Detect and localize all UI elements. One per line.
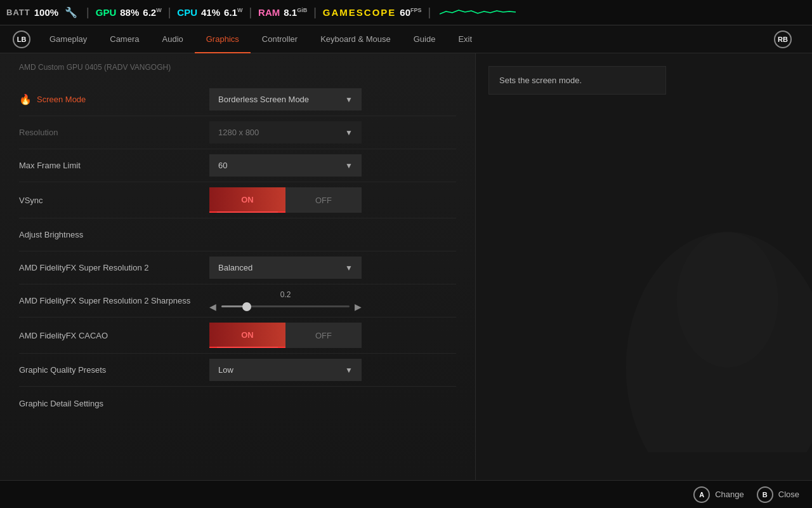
- max-frame-limit-dropdown[interactable]: 60 ▼: [209, 154, 362, 177]
- batt-value: 100%: [34, 7, 58, 18]
- graphic-quality-presets-control: Low ▼: [209, 359, 456, 381]
- rb-button[interactable]: RB: [774, 30, 792, 48]
- resolution-dropdown-arrow: ▼: [345, 128, 353, 137]
- vsync-control: ON OFF: [209, 187, 456, 213]
- cacao-off[interactable]: OFF: [285, 323, 362, 348]
- fsr2-arrow: ▼: [345, 264, 353, 272]
- vsync-on[interactable]: ON: [209, 187, 285, 213]
- fps-graph: [440, 6, 516, 19]
- setting-vsync: VSync ON OFF: [19, 182, 456, 218]
- change-button[interactable]: A Change: [693, 486, 744, 503]
- nav-graphics[interactable]: Graphics: [195, 25, 251, 53]
- fsr2-sharpness-control: 0.2 ◀ ▶: [209, 290, 456, 312]
- b-button[interactable]: B: [757, 486, 773, 503]
- cacao-label: AMD FidelityFX CACAO: [19, 331, 209, 340]
- background-decoration: [558, 198, 812, 452]
- nav-bar: LB Gameplay Camera Audio Graphics Contro…: [0, 25, 812, 53]
- screen-mode-control: Borderless Screen Mode ▼: [209, 88, 456, 110]
- fsr2-control: Balanced ▼: [209, 257, 456, 279]
- dropdown-arrow: ▼: [345, 95, 353, 104]
- main-content: AMD Custom GPU 0405 (RADV VANGOGH) 🔥 Scr…: [0, 53, 812, 480]
- resolution-dropdown: 812 x 508 ▼: [209, 121, 362, 144]
- setting-cacao: AMD FidelityFX CACAO ON OFF: [19, 318, 456, 354]
- graphic-quality-presets-arrow: ▼: [345, 366, 353, 375]
- gamescope-fps: 60FPS: [400, 7, 421, 18]
- cpu-watts: 6.1W: [224, 7, 242, 18]
- nav-keyboard-mouse[interactable]: Keyboard & Mouse: [309, 25, 402, 53]
- settings-panel: AMD Custom GPU 0405 (RADV VANGOGH) 🔥 Scr…: [0, 53, 476, 480]
- fsr2-value: Balanced: [218, 263, 252, 272]
- graphic-quality-presets-value: Low: [218, 365, 233, 375]
- resolution-label: Resolution: [19, 128, 209, 137]
- a-button[interactable]: A: [693, 486, 710, 503]
- screen-mode-dropdown[interactable]: Borderless Screen Mode ▼: [209, 88, 362, 110]
- nav-exit[interactable]: Exit: [447, 25, 483, 53]
- cacao-toggle[interactable]: ON OFF: [209, 323, 362, 348]
- fsr2-sharpness-slider[interactable]: 0.2 ◀ ▶: [209, 290, 362, 312]
- max-frame-limit-value: 60: [218, 161, 227, 170]
- change-label: Change: [715, 490, 744, 499]
- graphic-quality-presets-dropdown[interactable]: Low ▼: [209, 359, 362, 381]
- nav-gameplay[interactable]: Gameplay: [38, 25, 98, 53]
- max-frame-limit-arrow: ▼: [345, 161, 353, 170]
- slider-bar[interactable]: [221, 305, 350, 307]
- slider-left-arrow[interactable]: ◀: [209, 302, 216, 312]
- info-text: Sets the screen mode.: [499, 76, 582, 85]
- nav-camera[interactable]: Camera: [98, 25, 150, 53]
- fsr2-dropdown[interactable]: Balanced ▼: [209, 257, 362, 279]
- slider-track: ◀ ▶: [209, 302, 362, 312]
- cpu-pct: 41%: [201, 7, 220, 18]
- nav-controller[interactable]: Controller: [251, 25, 309, 53]
- bottom-bar: A Change B Close: [0, 480, 812, 508]
- graphic-detail-settings-label: Graphic Detail Settings: [19, 399, 209, 408]
- gamescope-label: GAMESCOPE: [323, 7, 396, 18]
- sep2: |: [168, 6, 171, 19]
- setting-fsr2-sharpness: AMD FidelityFX Super Resolution 2 Sharpn…: [19, 284, 456, 318]
- setting-fsr2: AMD FidelityFX Super Resolution 2 Balanc…: [19, 251, 456, 284]
- slider-right-arrow[interactable]: ▶: [355, 302, 362, 312]
- gpu-watts: 6.2W: [143, 7, 161, 18]
- setting-max-frame-limit: Max Frame Limit 60 ▼: [19, 149, 456, 182]
- max-frame-limit-control: 60 ▼: [209, 154, 456, 177]
- gpu-label: AMD Custom GPU 0405 (RADV VANGOGH): [19, 63, 456, 72]
- fire-icon: 🔥: [19, 93, 32, 105]
- close-button[interactable]: B Close: [757, 486, 799, 503]
- resolution-control: 812 x 508 ▼: [209, 121, 456, 144]
- screen-mode-value: Borderless Screen Mode: [218, 95, 309, 104]
- setting-graphic-detail-settings: Graphic Detail Settings: [19, 387, 456, 420]
- batt-label: BATT: [6, 8, 30, 17]
- slider-thumb[interactable]: [242, 302, 251, 311]
- gpu-pct: 88%: [120, 7, 139, 18]
- setting-resolution: Resolution 812 x 508 ▼: [19, 116, 456, 149]
- setting-screen-mode: 🔥 Screen Mode Borderless Screen Mode ▼: [19, 83, 456, 116]
- svg-point-0: [626, 232, 812, 452]
- ram-value: 8.1GiB: [284, 7, 307, 18]
- wrench-icon: 🔧: [65, 6, 77, 18]
- setting-adjust-brightness: Adjust Brightness: [19, 218, 456, 251]
- cacao-on[interactable]: ON: [209, 323, 285, 348]
- sep5: |: [428, 6, 431, 19]
- svg-point-1: [677, 232, 778, 367]
- fsr2-sharpness-value: 0.2: [209, 290, 362, 299]
- sep4: |: [313, 6, 317, 19]
- right-panel: Sets the screen mode.: [476, 53, 812, 480]
- vsync-toggle[interactable]: ON OFF: [209, 187, 362, 213]
- sep3: |: [249, 6, 252, 19]
- graphic-quality-presets-label: Graphic Quality Presets: [19, 365, 209, 375]
- top-bar: BATT 100% 🔧 | GPU 88% 6.2W | CPU 41% 6.1…: [0, 0, 812, 25]
- nav-audio[interactable]: Audio: [151, 25, 195, 53]
- screen-mode-label: 🔥 Screen Mode: [19, 93, 209, 105]
- ram-label: RAM: [258, 7, 280, 18]
- vsync-off[interactable]: OFF: [285, 187, 362, 213]
- gpu-label: GPU: [96, 7, 117, 18]
- cacao-control: ON OFF: [209, 323, 456, 348]
- lb-button[interactable]: LB: [13, 30, 30, 48]
- info-box: Sets the screen mode.: [488, 66, 666, 95]
- cpu-label: CPU: [177, 7, 197, 18]
- sep1: |: [86, 6, 89, 19]
- nav-guide[interactable]: Guide: [402, 25, 447, 53]
- setting-graphic-quality-presets: Graphic Quality Presets Low ▼: [19, 354, 456, 387]
- vsync-label: VSync: [19, 196, 209, 205]
- fsr2-sharpness-label: AMD FidelityFX Super Resolution 2 Sharpn…: [19, 296, 209, 305]
- max-frame-limit-label: Max Frame Limit: [19, 161, 209, 170]
